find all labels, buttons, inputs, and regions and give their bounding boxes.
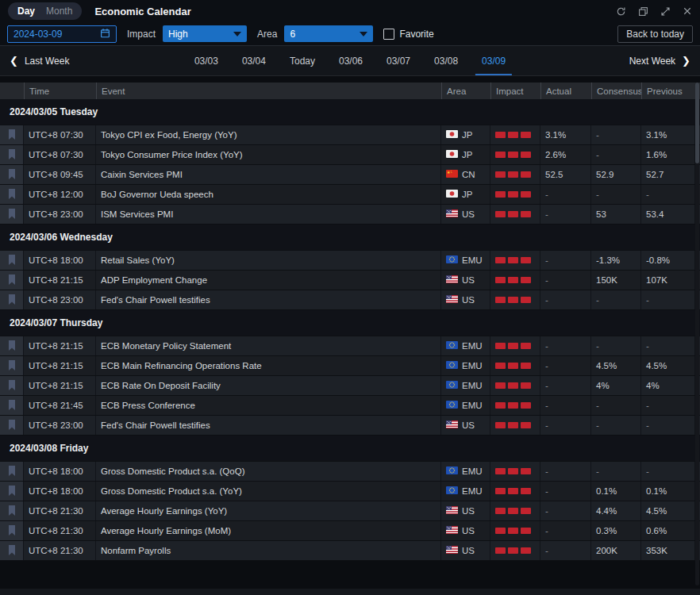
event-row[interactable]: UTC+8 18:00Gross Domestic Product s.a. (…	[0, 482, 700, 501]
bookmark-cell[interactable]	[0, 376, 24, 395]
event-time: UTC+8 21:30	[24, 521, 96, 540]
consensus-value: 200K	[591, 541, 641, 560]
scrollbar-track[interactable]	[695, 83, 699, 585]
event-row[interactable]: UTC+8 23:00ISM Services PMIUS-5353.4	[0, 205, 700, 225]
event-time: UTC+8 18:00	[24, 251, 96, 270]
event-row[interactable]: UTC+8 21:15ECB Rate On Deposit FacilityE…	[0, 376, 700, 396]
event-row[interactable]: UTC+8 23:00Fed's Chair Powell testifiesU…	[0, 416, 700, 436]
bookmark-cell[interactable]	[0, 185, 24, 204]
impact-bar	[521, 171, 531, 178]
event-name: Retail Sales (YoY)	[96, 251, 441, 270]
flag-emu-icon	[446, 341, 458, 351]
bookmark-cell[interactable]	[0, 336, 24, 355]
flag-us-icon	[446, 209, 458, 219]
week-day-today[interactable]: Today	[288, 48, 317, 75]
impact-bar	[495, 171, 506, 178]
last-week-button[interactable]: ❮ Last Week	[10, 56, 69, 67]
previous-value: -	[641, 185, 695, 204]
impact-select[interactable]: High	[163, 25, 247, 42]
bookmark-cell[interactable]	[0, 205, 24, 224]
bookmark-icon	[8, 340, 16, 352]
tab-day[interactable]: Day	[17, 6, 35, 17]
actual-value: -	[540, 462, 591, 481]
bookmark-cell[interactable]	[0, 501, 24, 520]
bookmark-cell[interactable]	[0, 521, 24, 540]
consensus-value: -1.3%	[591, 251, 641, 270]
week-day-03-04[interactable]: 03/04	[240, 48, 267, 75]
event-row[interactable]: UTC+8 23:00Fed's Chair Powell testifiesU…	[0, 290, 700, 310]
favorite-checkbox[interactable]: Favorite	[383, 29, 433, 40]
bookmark-cell[interactable]	[0, 356, 24, 375]
event-row[interactable]: UTC+8 21:30Average Hourly Earnings (YoY)…	[0, 501, 700, 521]
consensus-value: -	[591, 416, 641, 435]
bookmark-cell[interactable]	[0, 416, 24, 435]
actual-value: -	[540, 376, 591, 395]
date-picker[interactable]: 2024-03-09	[7, 25, 117, 43]
event-row[interactable]: UTC+8 21:15ECB Main Refinancing Operatio…	[0, 356, 700, 376]
impact-bar	[495, 363, 506, 369]
previous-value: -	[641, 396, 695, 415]
bookmark-cell[interactable]	[0, 541, 24, 560]
day-section-header: 2024/03/07 Thursday	[0, 310, 700, 336]
event-row[interactable]: UTC+8 21:30Average Hourly Earnings (MoM)…	[0, 521, 700, 541]
flag-jp-icon	[446, 130, 458, 140]
impact-indicator	[490, 271, 540, 290]
event-time: UTC+8 21:30	[24, 541, 96, 560]
week-day-03-03[interactable]: 03/03	[193, 48, 220, 75]
actual-value: -	[540, 185, 591, 204]
bookmark-cell[interactable]	[0, 271, 24, 290]
close-icon[interactable]	[683, 6, 692, 16]
event-row[interactable]: UTC+8 09:45Caixin Services PMICN52.552.9…	[0, 165, 700, 185]
back-to-today-button[interactable]: Back to today	[617, 25, 693, 43]
event-row[interactable]: UTC+8 07:30Tokyo Consumer Price Index (Y…	[0, 145, 700, 165]
event-area: US	[441, 205, 490, 224]
bookmark-cell[interactable]	[0, 462, 24, 481]
event-name: Caixin Services PMI	[96, 165, 441, 184]
impact-bar	[508, 402, 518, 409]
bookmark-cell[interactable]	[0, 396, 24, 415]
consensus-value: 4.5%	[591, 356, 641, 375]
week-day-03-06[interactable]: 03/06	[337, 48, 364, 75]
bookmark-cell[interactable]	[0, 251, 24, 270]
week-day-03-09[interactable]: 03/09	[480, 48, 507, 75]
event-row[interactable]: UTC+8 21:15ECB Monetary Policy Statement…	[0, 336, 700, 356]
impact-indicator	[490, 462, 540, 481]
bookmark-cell[interactable]	[0, 290, 24, 309]
scrollbar-thumb[interactable]	[695, 83, 699, 163]
next-week-button[interactable]: Next Week ❯	[629, 56, 690, 67]
event-name: Nonfarm Payrolls	[96, 541, 441, 560]
expand-icon[interactable]	[660, 6, 671, 17]
area-label: Area	[257, 29, 277, 40]
week-day-03-07[interactable]: 03/07	[385, 48, 412, 75]
event-row[interactable]: UTC+8 21:30Nonfarm PayrollsUS-200K353K	[0, 541, 700, 561]
event-row[interactable]: UTC+8 07:30Tokyo CPI ex Food, Energy (Yo…	[0, 125, 700, 145]
week-day-03-08[interactable]: 03/08	[433, 48, 460, 75]
bookmark-cell[interactable]	[0, 145, 24, 164]
impact-bar	[521, 402, 531, 409]
impact-bar	[495, 191, 506, 198]
actual-value: 3.1%	[540, 125, 591, 144]
impact-bar	[521, 132, 531, 138]
event-row[interactable]: UTC+8 21:45ECB Press ConferenceEMU---	[0, 396, 700, 416]
col-area: Area	[441, 83, 490, 99]
flag-us-icon	[446, 546, 458, 555]
tab-month[interactable]: Month	[46, 6, 72, 17]
bookmark-cell[interactable]	[0, 165, 24, 184]
consensus-value: -	[591, 462, 641, 481]
impact-bar	[521, 277, 531, 283]
impact-indicator	[490, 416, 540, 435]
event-row[interactable]: UTC+8 12:00BoJ Governor Ueda speechJP---	[0, 185, 700, 205]
actual-value: -	[540, 290, 591, 309]
area-select[interactable]: 6	[284, 25, 373, 42]
bookmark-cell[interactable]	[0, 125, 24, 144]
bookmark-cell[interactable]	[0, 482, 24, 501]
event-area: EMU	[441, 356, 490, 375]
restore-window-icon[interactable]	[638, 6, 648, 17]
refresh-icon[interactable]	[616, 6, 626, 17]
event-row[interactable]: UTC+8 21:15ADP Employment ChangeUS-150K1…	[0, 271, 700, 290]
event-row[interactable]: UTC+8 18:00Retail Sales (YoY)EMU--1.3%-0…	[0, 251, 700, 271]
col-consensus: Consensus	[591, 83, 641, 99]
impact-indicator	[490, 541, 540, 560]
event-row[interactable]: UTC+8 18:00Gross Domestic Product s.a. (…	[0, 462, 700, 482]
col-previous: Previous	[641, 83, 695, 99]
